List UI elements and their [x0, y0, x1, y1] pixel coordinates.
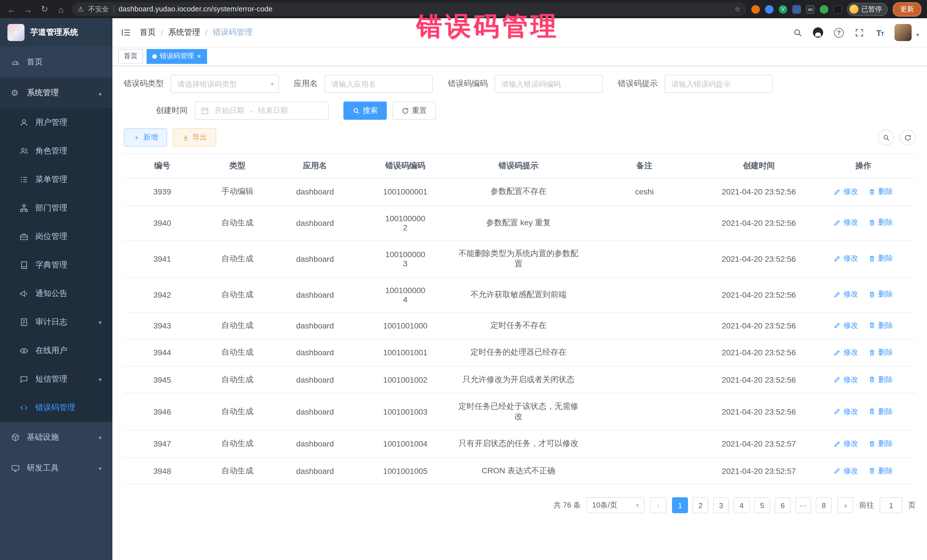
delete-row-button[interactable]: 删除 — [869, 466, 893, 476]
sidebar-item-dict-management[interactable]: 字典管理 — [0, 251, 112, 279]
sidebar-item-label: 菜单管理 — [35, 175, 67, 185]
tag-error-code-management[interactable]: 错误码管理 × — [147, 49, 207, 64]
edit-row-button[interactable]: 修改 — [834, 407, 858, 417]
edit-row-button[interactable]: 修改 — [834, 253, 858, 264]
reset-button[interactable]: 重置 — [392, 102, 436, 120]
user-avatar[interactable] — [895, 24, 912, 41]
fullscreen-button[interactable] — [854, 27, 865, 38]
sidebar-collapse-button[interactable] — [112, 18, 140, 47]
refresh-icon[interactable]: ↻ — [39, 3, 50, 15]
sidebar-item-audit-log[interactable]: 审计日志 ▾ — [0, 308, 112, 337]
extension-icon[interactable] — [833, 5, 842, 14]
add-button[interactable]: ＋ 新增 — [124, 128, 167, 147]
bookmark-star-icon[interactable]: ☆ — [734, 5, 740, 13]
extension-icon[interactable] — [820, 5, 828, 14]
sidebar-item-home[interactable]: 首页 — [0, 47, 112, 77]
prev-page-button[interactable]: ‹ — [650, 497, 666, 513]
delete-row-button[interactable]: 删除 — [869, 290, 893, 300]
extension-icon[interactable]: V — [779, 5, 787, 14]
edit-row-button[interactable]: 修改 — [834, 466, 858, 476]
refresh-table-button[interactable] — [900, 129, 916, 146]
breadcrumb-system[interactable]: 系统管理 — [168, 27, 200, 38]
edit-row-button[interactable]: 修改 — [834, 290, 858, 300]
extension-icon[interactable] — [765, 5, 774, 14]
header-search-button[interactable] — [792, 27, 804, 38]
goto-page-input[interactable] — [880, 497, 903, 513]
sidebar-item-notice[interactable]: 通知公告 — [0, 279, 112, 308]
sidebar-item-online-users[interactable]: 在线用户 — [0, 337, 112, 365]
sidebar-item-role-management[interactable]: 角色管理 — [0, 137, 112, 165]
address-bar[interactable]: ⚠ 不安全 dashboard.yudao.iocoder.cn/system/… — [72, 2, 746, 16]
tags-view-bar: 首页 错误码管理 × — [112, 47, 927, 66]
sidebar-item-post-management[interactable]: 岗位管理 — [0, 222, 112, 251]
profile-sync-paused-chip[interactable]: 已暂停 — [847, 3, 887, 16]
sidebar-item-system-management[interactable]: ⚙ 系统管理 ▴ — [0, 77, 112, 108]
delete-row-button[interactable]: 删除 — [869, 439, 893, 449]
url-text[interactable]: dashboard.yudao.iocoder.cn/system/error-… — [119, 5, 273, 13]
delete-row-button[interactable]: 删除 — [869, 374, 893, 385]
extension-icon[interactable] — [751, 5, 760, 14]
edit-row-button[interactable]: 修改 — [834, 217, 858, 228]
page-button[interactable]: 4 — [734, 497, 749, 513]
edit-label: 修改 — [843, 217, 858, 228]
browser-update-button[interactable]: 更新 — [893, 2, 921, 16]
delete-label: 删除 — [878, 347, 893, 358]
back-icon[interactable]: ← — [6, 3, 17, 15]
delete-label: 删除 — [878, 187, 893, 197]
sidebar-item-sms-management[interactable]: 短信管理 ▾ — [0, 365, 112, 393]
delete-row-button[interactable]: 删除 — [869, 320, 893, 331]
table-row: 3940 自动生成 dashboard 100100000 2 参数配置 key… — [124, 205, 916, 240]
sidebar-item-dept-management[interactable]: 部门管理 — [0, 194, 112, 222]
page-button[interactable]: 8 — [816, 497, 832, 513]
github-link[interactable] — [813, 27, 824, 38]
breadcrumb: 首页 / 系统管理 / 错误码管理 — [140, 27, 253, 38]
error-type-select[interactable] — [170, 75, 279, 93]
show-search-toggle[interactable] — [878, 129, 894, 146]
sidebar-item-infrastructure[interactable]: 基础设施 ▾ — [0, 422, 112, 453]
cell-remark — [582, 277, 707, 312]
page-button[interactable]: 3 — [713, 497, 729, 513]
home-icon[interactable]: ⌂ — [55, 3, 67, 15]
page-size-select[interactable]: 10条/页 ▾ — [587, 497, 644, 513]
edit-row-button[interactable]: 修改 — [834, 320, 858, 331]
breadcrumb-home[interactable]: 首页 — [140, 27, 156, 38]
tag-home[interactable]: 首页 — [118, 49, 143, 64]
delete-row-button[interactable]: 删除 — [869, 217, 893, 228]
edit-row-button[interactable]: 修改 — [834, 374, 858, 385]
delete-row-button[interactable]: 删除 — [869, 347, 893, 358]
font-size-button[interactable]: TT — [874, 27, 886, 38]
app-logo-row[interactable]: 芋道管理系统 — [0, 18, 112, 47]
sidebar-item-error-code-management[interactable]: 错误码管理 — [0, 393, 112, 422]
app-name-input[interactable] — [325, 75, 433, 93]
cell-code: 1001001001 — [356, 339, 454, 366]
edit-row-button[interactable]: 修改 — [834, 439, 858, 449]
search-button[interactable]: 搜索 — [343, 102, 387, 120]
help-button[interactable]: ? — [833, 27, 845, 38]
page-button[interactable]: 5 — [754, 497, 770, 513]
edit-row-button[interactable]: 修改 — [834, 187, 858, 197]
system-submenu: 用户管理 角色管理 菜单管理 部门管理 岗位管理 字典管理 — [0, 108, 112, 422]
export-button[interactable]: 导出 — [173, 128, 216, 147]
extension-icon[interactable]: on — [806, 5, 815, 14]
delete-row-button[interactable]: 删除 — [869, 407, 893, 417]
page-button[interactable]: 6 — [775, 497, 791, 513]
delete-row-button[interactable]: 删除 — [869, 253, 893, 264]
cell-remark — [582, 457, 707, 484]
page-button[interactable]: 1 — [672, 497, 688, 513]
extension-icon[interactable] — [792, 5, 801, 14]
page-button[interactable]: 2 — [693, 497, 708, 513]
next-page-button[interactable]: › — [837, 497, 853, 513]
delete-row-button[interactable]: 删除 — [869, 187, 893, 197]
close-icon[interactable]: × — [197, 52, 201, 60]
error-code-input[interactable] — [495, 75, 603, 93]
forward-icon[interactable]: → — [22, 3, 33, 15]
page-button[interactable]: ··· — [795, 497, 811, 513]
sidebar-item-user-management[interactable]: 用户管理 — [0, 108, 112, 137]
sidebar-item-label: 研发工具 — [27, 463, 59, 473]
sidebar-item-dev-tools[interactable]: 研发工具 ▾ — [0, 453, 112, 484]
profile-avatar-icon — [849, 5, 859, 14]
sidebar-item-menu-management[interactable]: 菜单管理 — [0, 165, 112, 194]
date-range-picker[interactable]: 开始日期 - 结束日期 — [195, 102, 328, 120]
edit-row-button[interactable]: 修改 — [834, 347, 858, 358]
error-hint-input[interactable] — [664, 75, 773, 93]
